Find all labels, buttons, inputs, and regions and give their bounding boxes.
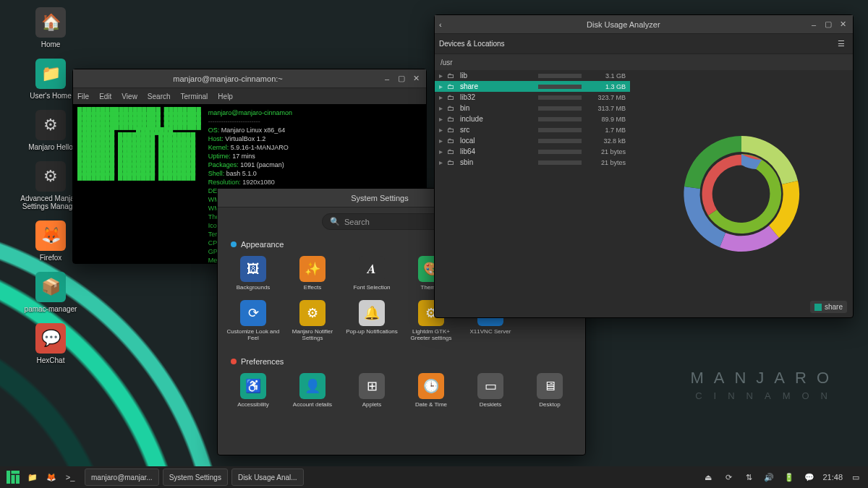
dua-bar xyxy=(538,85,582,89)
settings-item-manjaro-notifier-settings[interactable]: ⚙ Manjaro Notifier Settings xyxy=(284,297,341,345)
close-button[interactable]: ✕ xyxy=(837,19,848,30)
settings-glyph-icon: 🕒 xyxy=(418,373,444,399)
terminal-menu-file[interactable]: File xyxy=(77,93,89,100)
ringchart[interactable]: share xyxy=(630,70,853,317)
maximize-button[interactable]: ▢ xyxy=(396,73,407,85)
folder-icon: 🗀 xyxy=(447,104,456,112)
start-menu-button[interactable] xyxy=(4,468,22,486)
settings-glyph-icon: 🖥 xyxy=(537,373,563,399)
terminal-icon[interactable]: >_ xyxy=(61,468,79,486)
settings-glyph-icon: ▭ xyxy=(477,373,503,399)
settings-item-desktop[interactable]: 🖥 Desktop xyxy=(522,370,578,411)
folder-icon: 🗀 xyxy=(447,126,456,134)
dua-row-bin[interactable]: ▸ 🗀 bin 313.7 MB xyxy=(435,103,630,114)
settings-item-label: Lightdm GTK+ Greeter settings xyxy=(404,329,458,342)
minimize-button[interactable]: – xyxy=(381,73,393,85)
dua-titlebar[interactable]: ‹ Disk Usage Analyzer – ▢ ✕ xyxy=(435,15,853,34)
svg-rect-1 xyxy=(7,471,10,484)
section-dot-icon xyxy=(231,241,237,247)
dua-size: 313.7 MB xyxy=(586,105,626,112)
clock[interactable]: 21:48 xyxy=(820,468,846,486)
settings-item-label: Backgrounds xyxy=(226,285,280,291)
notification-icon[interactable]: 💬 xyxy=(801,468,818,486)
settings-item-label: Font Selection xyxy=(345,285,399,291)
dua-row-sbin[interactable]: ▸ 🗀 sbin 21 bytes xyxy=(435,157,630,168)
neofetch-row: Shell: bash 5.1.0 xyxy=(208,169,363,178)
taskbar-task[interactable]: manjaro@manjar... xyxy=(85,468,159,486)
firefox-icon[interactable]: 🦊 xyxy=(43,468,60,486)
desktop-icon-6[interactable]: 💬 HexChat xyxy=(14,323,87,364)
settings-item-account-details[interactable]: 👤 Account details xyxy=(284,370,341,411)
settings-item-date-time[interactable]: 🕒 Date & Time xyxy=(403,370,459,411)
dua-row-src[interactable]: ▸ 🗀 src 1.7 MB xyxy=(435,124,630,135)
dua-bar xyxy=(538,128,582,132)
hamburger-icon[interactable]: ☰ xyxy=(834,37,848,51)
settings-glyph-icon: ✨ xyxy=(299,256,326,282)
terminal-menu-search[interactable]: Search xyxy=(148,93,171,100)
dua-bar xyxy=(538,74,582,78)
dua-row-lib32[interactable]: ▸ 🗀 lib32 323.7 MB xyxy=(435,92,630,103)
volume-icon[interactable]: 🔊 xyxy=(760,468,778,486)
settings-item-label: Manjaro Notifier Settings xyxy=(286,329,339,342)
folder-icon: 🗀 xyxy=(447,82,456,90)
neofetch-row: Resolution: 1920x1080 xyxy=(208,178,363,187)
settings-glyph-icon: 🔔 xyxy=(359,300,385,326)
files-icon[interactable]: 📁 xyxy=(24,468,41,486)
network-icon[interactable]: ⇅ xyxy=(740,468,757,486)
dua-size: 323.7 MB xyxy=(586,94,626,101)
settings-item-accessibility[interactable]: ♿ Accessibility xyxy=(225,370,281,411)
desktop-icon-5[interactable]: 📦 pamac-manager xyxy=(14,272,87,313)
close-button[interactable]: ✕ xyxy=(410,73,422,85)
taskbar-task[interactable]: Disk Usage Anal... xyxy=(231,468,304,486)
dua-row-include[interactable]: ▸ 🗀 include 89.9 MB xyxy=(435,114,630,124)
settings-item-backgrounds[interactable]: 🖼 Backgrounds xyxy=(225,253,281,294)
updates-icon[interactable]: ⟳ xyxy=(720,468,737,486)
chevron-right-icon: ▸ xyxy=(439,72,443,80)
terminal-titlebar[interactable]: manjaro@manjaro-cinnamon:~ – ▢ ✕ xyxy=(73,69,426,88)
search-icon: 🔍 xyxy=(330,217,340,226)
dua-title: Disk Usage Analyzer xyxy=(442,20,805,29)
dua-row-lib[interactable]: ▸ 🗀 lib 3.1 GB xyxy=(435,70,630,81)
removable-icon[interactable]: ⏏ xyxy=(699,468,717,486)
disk-usage-window[interactable]: ‹ Disk Usage Analyzer – ▢ ✕ Devices & Lo… xyxy=(434,14,854,318)
dua-bar xyxy=(538,150,582,154)
settings-item-label: Pop-up Notifications xyxy=(345,329,399,335)
terminal-menu-edit[interactable]: Edit xyxy=(99,93,111,100)
terminal-menu-help[interactable]: Help xyxy=(218,93,233,100)
desktop-glyph-icon: ⚙ xyxy=(35,161,66,192)
show-desktop-button[interactable]: ▭ xyxy=(847,468,864,486)
chevron-right-icon: ▸ xyxy=(439,158,443,166)
terminal-menu-terminal[interactable]: Terminal xyxy=(181,93,208,100)
dua-name: include xyxy=(460,115,534,123)
settings-item-desklets[interactable]: ▭ Desklets xyxy=(462,370,519,411)
settings-item-label: Date & Time xyxy=(404,402,458,408)
path-display: /usr xyxy=(435,54,853,70)
crumb[interactable]: Devices & Locations xyxy=(439,40,505,48)
desktop-glyph-icon: 🏠 xyxy=(35,7,66,38)
minimize-button[interactable]: – xyxy=(808,19,820,30)
dua-name: lib xyxy=(460,72,534,80)
chevron-right-icon: ▸ xyxy=(439,93,443,101)
dua-bar xyxy=(538,117,582,121)
desktop-icon-0[interactable]: 🏠 Home xyxy=(14,7,87,48)
battery-icon[interactable]: 🔋 xyxy=(780,468,798,486)
settings-item-label: Applets xyxy=(345,402,399,408)
taskbar-panel[interactable]: 📁🦊>_ manjaro@manjar...System SettingsDis… xyxy=(0,466,868,488)
dua-name: local xyxy=(460,137,534,145)
settings-item-effects[interactable]: ✨ Effects xyxy=(284,253,341,294)
settings-item-pop-up-notifications[interactable]: 🔔 Pop-up Notifications xyxy=(344,297,400,345)
chevron-right-icon: ▸ xyxy=(439,147,443,155)
dua-row-lib64[interactable]: ▸ 🗀 lib64 21 bytes xyxy=(435,146,630,157)
preferences-section-header: Preferences xyxy=(218,350,585,367)
settings-glyph-icon: 𝑨 xyxy=(359,256,385,282)
terminal-menu-view[interactable]: View xyxy=(122,93,137,100)
folder-icon: 🗀 xyxy=(447,115,456,123)
maximize-button[interactable]: ▢ xyxy=(822,19,834,30)
settings-item-customize-look-and-feel[interactable]: ⟳ Customize Look and Feel xyxy=(225,297,281,345)
taskbar-task[interactable]: System Settings xyxy=(163,468,228,486)
dua-row-local[interactable]: ▸ 🗀 local 32.8 kB xyxy=(435,135,630,146)
settings-item-font-selection[interactable]: 𝑨 Font Selection xyxy=(344,253,400,294)
settings-item-label: Account details xyxy=(286,402,339,408)
settings-item-applets[interactable]: ⊞ Applets xyxy=(344,370,400,411)
dua-row-share[interactable]: ▸ 🗀 share 1.3 GB xyxy=(435,81,630,92)
